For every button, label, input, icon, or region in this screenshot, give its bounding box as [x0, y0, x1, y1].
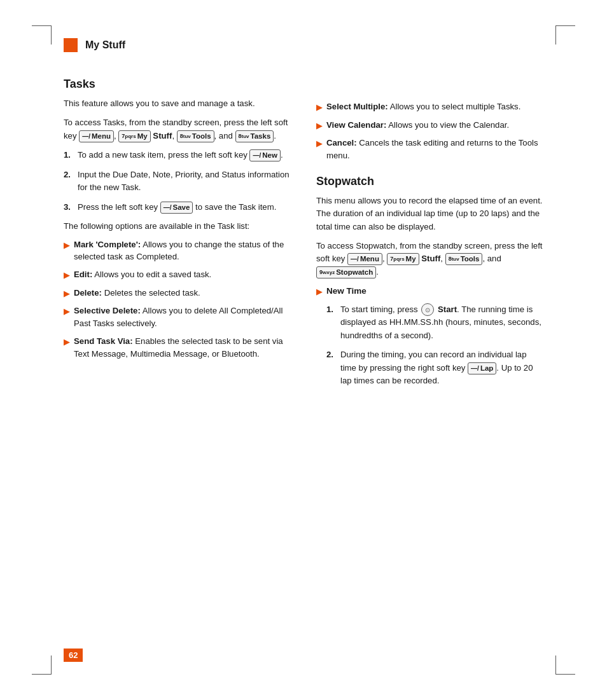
tasks-step-2: 2. Input the Due Date, Note, Priority, a…	[64, 168, 291, 195]
sw-tools-key: 8tuv Tools	[445, 253, 483, 265]
tasks-options-intro: The following options are available in t…	[64, 220, 291, 233]
stopwatch-title: Stopwatch	[316, 175, 543, 188]
page-number-block: 62	[64, 649, 83, 662]
left-column: Tasks This feature allows you to save an…	[64, 71, 291, 394]
tasks-option-mark-complete: ▶ Mark 'Complete': Allows you to change …	[64, 238, 291, 264]
header-orange-block	[64, 38, 78, 52]
page-number: 62	[64, 649, 83, 662]
tools-key-1: 8tuv Tools	[177, 130, 214, 142]
tasks-section: Tasks This feature allows you to save an…	[64, 78, 291, 360]
bullet-arrow-icon: ▶	[64, 239, 70, 252]
bullet-arrow-icon: ▶	[64, 287, 70, 300]
stopwatch-new-time-item: ▶ New Time	[316, 285, 543, 298]
right-tasks-options-list: ▶ Select Multiple: Allows you to select …	[316, 100, 543, 162]
corner-mark-br-v	[555, 655, 556, 675]
tasks-steps: 1. To add a new task item, press the lef…	[64, 149, 291, 214]
corner-mark-br-h	[556, 674, 575, 675]
stopwatch-section: Stopwatch This menu allows you to record…	[316, 175, 543, 388]
save-key: —/ Save	[160, 202, 193, 214]
tasks-title: Tasks	[64, 78, 291, 91]
stopwatch-step-2: 2. During the timing, you can record an …	[326, 348, 543, 387]
bullet-arrow-icon: ▶	[64, 269, 70, 282]
corner-mark-tl-v	[51, 25, 52, 45]
corner-mark-bl-v	[51, 655, 52, 675]
tasks-step-3: 3. Press the left soft key —/ Save to sa…	[64, 201, 291, 214]
corner-mark-tr-v	[555, 25, 556, 45]
stopwatch-step-1: 1. To start timing, press ⊙ Start. The r…	[326, 303, 543, 342]
tasks-key: 8tuv Tasks	[235, 130, 274, 142]
sw-mystuff-key: 7pqrs My	[387, 253, 419, 265]
bullet-arrow-icon: ▶	[64, 336, 70, 348]
right-column: ▶ Select Multiple: Allows you to select …	[316, 71, 543, 394]
bullet-arrow-icon: ▶	[316, 101, 323, 114]
mystuff-key: 7pqrs My	[118, 130, 150, 142]
tasks-options-list: ▶ Mark 'Complete': Allows you to change …	[64, 238, 291, 360]
bullet-arrow-icon: ▶	[64, 305, 70, 318]
corner-mark-tr-h	[556, 25, 575, 26]
tasks-step-1: 1. To add a new task item, press the lef…	[64, 149, 291, 161]
menu-key: —/ Menu	[79, 130, 114, 142]
stopwatch-steps: 1. To start timing, press ⊙ Start. The r…	[326, 303, 543, 388]
new-key: —/ New	[249, 149, 280, 161]
corner-mark-bl-h	[32, 674, 51, 675]
page-title: My Stuff	[85, 39, 125, 51]
stopwatch-intro: This menu allows you to record the elaps…	[316, 195, 543, 233]
sw-stopwatch-key: 9wxyz Stopwatch	[316, 266, 376, 278]
tasks-option-delete: ▶ Delete: Deletes the selected task.	[64, 287, 291, 300]
tasks-option-cancel: ▶ Cancel: Cancels the task editing and r…	[316, 137, 543, 162]
page-header: My Stuff	[0, 0, 607, 65]
tasks-intro: This feature allows you to save and mana…	[64, 97, 291, 110]
sw-menu-key: —/ Menu	[347, 253, 382, 265]
stopwatch-access: To access Stopwatch, from the standby sc…	[316, 240, 543, 278]
tasks-option-selective-delete: ▶ Selective Delete: Allows you to delete…	[64, 305, 291, 330]
new-time-heading: New Time	[326, 286, 366, 296]
corner-mark-tl-h	[32, 25, 51, 26]
tasks-option-view-calendar: ▶ View Calendar: Allows you to view the …	[316, 119, 543, 132]
lap-key: —/ Lap	[468, 362, 496, 374]
bullet-arrow-icon: ▶	[316, 285, 323, 298]
stopwatch-new-time-list: ▶ New Time	[316, 285, 543, 298]
bullet-arrow-icon: ▶	[316, 120, 323, 132]
page: My Stuff Tasks This feature allows you t…	[0, 0, 607, 700]
tasks-option-edit: ▶ Edit: Allows you to edit a saved task.	[64, 268, 291, 282]
bullet-arrow-icon: ▶	[316, 137, 323, 150]
content-area: Tasks This feature allows you to save an…	[0, 65, 607, 420]
tasks-access: To access Tasks, from the standby screen…	[64, 116, 291, 142]
tasks-option-select-multiple: ▶ Select Multiple: Allows you to select …	[316, 100, 543, 114]
tasks-option-send-task-via: ▶ Send Task Via: Enables the selected ta…	[64, 335, 291, 360]
circle-btn-icon: ⊙	[421, 303, 434, 316]
